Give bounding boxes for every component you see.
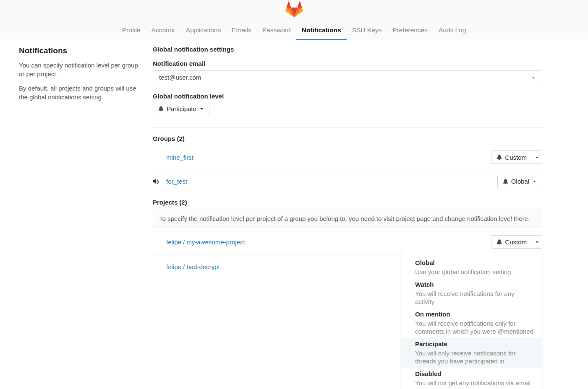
- tab-profile[interactable]: Profile: [117, 22, 146, 40]
- menu-item-title: Watch: [415, 280, 535, 289]
- notifications-sidebar: Notifications You can specify notificati…: [19, 40, 145, 101]
- group-mine-first-level-value: Custom: [505, 154, 527, 161]
- menu-item-description: You will receive notifications only for …: [415, 319, 535, 335]
- tab-notifications[interactable]: Notifications: [296, 22, 347, 40]
- tab-account[interactable]: Account: [146, 22, 180, 40]
- project-my-awesome-project-level-value: Custom: [505, 239, 527, 246]
- bell-icon: [158, 106, 164, 112]
- projects-notice: To specify the notification level per pr…: [153, 210, 542, 228]
- menu-item-description: Use your global notification setting: [415, 268, 535, 276]
- profile-settings-header: Profile Account Applications Emails Pass…: [0, 0, 588, 40]
- tab-audit-log[interactable]: Audit Log: [433, 22, 472, 40]
- global-level-label: Global notification level: [153, 93, 542, 100]
- bell-icon: [503, 179, 508, 184]
- menu-item-description: You will not get any notifications via e…: [415, 379, 535, 387]
- menu-item-title: Global: [415, 259, 535, 267]
- menu-item-title: On mention: [415, 310, 535, 319]
- menu-item-disabled[interactable]: Disabled You will not get any notificati…: [401, 368, 542, 389]
- sidebar-description-2: By default, all projects and groups will…: [19, 84, 145, 101]
- notification-level-menu: Global Use your global notification sett…: [401, 253, 542, 389]
- caret-down-icon: [199, 106, 204, 111]
- volume-up-icon: [153, 178, 166, 185]
- menu-item-description: You will receive notifications for any a…: [415, 290, 535, 306]
- menu-item-participate[interactable]: Participate You will only receive notifi…: [401, 338, 542, 368]
- bell-icon: [497, 154, 502, 160]
- project-link-my-awesome-project[interactable]: felipe / my-awesome-project: [166, 239, 245, 246]
- notification-settings-panel: Global notification settings Notificatio…: [153, 40, 542, 279]
- menu-item-global[interactable]: Global Use your global notification sett…: [401, 257, 542, 278]
- project-row-my-awesome-project: felipe / my-awesome-project Custom: [153, 230, 542, 254]
- global-level-value: Participate: [167, 105, 196, 112]
- select-caret-icon: [532, 77, 535, 79]
- projects-heading: Projects (2): [153, 199, 542, 206]
- sidebar-description-1: You can specify notification level per g…: [19, 61, 145, 78]
- group-mine-first-level-caret-button[interactable]: [532, 150, 542, 164]
- group-mine-first-level-button[interactable]: Custom: [491, 150, 532, 164]
- groups-list: mine_first Custom for_test: [153, 145, 542, 193]
- gitlab-tanuki-icon: [285, 1, 303, 18]
- tab-preferences[interactable]: Preferences: [387, 22, 433, 40]
- project-link-bad-decrypt[interactable]: felipe / bad-decrypt: [166, 263, 220, 270]
- caret-down-icon: [535, 240, 539, 244]
- project-my-awesome-project-level-caret-button[interactable]: [532, 235, 542, 249]
- bell-icon: [497, 239, 502, 245]
- project-my-awesome-project-level-button[interactable]: Custom: [491, 235, 532, 249]
- tab-ssh-keys[interactable]: SSH Keys: [347, 22, 387, 40]
- menu-item-on-mention[interactable]: On mention You will receive notification…: [401, 308, 542, 338]
- notification-email-select[interactable]: test@user.com: [153, 70, 542, 84]
- notification-email-value: test@user.com: [159, 74, 201, 81]
- group-link-for-test[interactable]: for_test: [166, 178, 187, 185]
- global-settings-heading: Global notification settings: [153, 46, 542, 53]
- group-row-for-test: for_test Global: [153, 169, 542, 193]
- profile-nav-tabs: Profile Account Applications Emails Pass…: [14, 22, 575, 40]
- notification-email-label: Notification email: [153, 60, 542, 67]
- tab-applications[interactable]: Applications: [180, 22, 227, 40]
- group-row-mine-first: mine_first Custom: [153, 145, 542, 169]
- menu-item-title: Participate: [415, 340, 535, 348]
- group-link-mine-first[interactable]: mine_first: [166, 154, 193, 161]
- tab-emails[interactable]: Emails: [226, 22, 257, 40]
- group-for-test-level-value: Global: [511, 178, 529, 185]
- page-title: Notifications: [19, 46, 145, 55]
- groups-heading: Groups (2): [153, 135, 542, 142]
- group-for-test-level-button[interactable]: Global: [497, 175, 542, 188]
- caret-down-icon: [532, 179, 537, 184]
- caret-down-icon: [535, 155, 539, 160]
- menu-item-title: Disabled: [415, 370, 535, 378]
- menu-item-watch[interactable]: Watch You will receive notifications for…: [401, 278, 542, 308]
- gitlab-logo[interactable]: [285, 1, 303, 18]
- global-level-button[interactable]: Participate: [153, 102, 209, 115]
- tab-password[interactable]: Password: [257, 22, 296, 40]
- section-divider: [153, 127, 542, 128]
- menu-item-description: You will only receive notifications for …: [415, 349, 535, 365]
